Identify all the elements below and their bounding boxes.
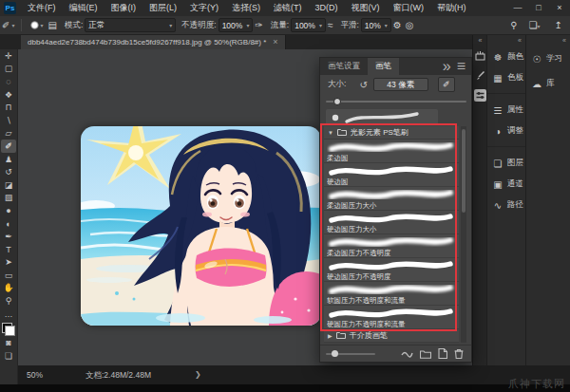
panel-tab-layers[interactable]: ❏图层 — [487, 153, 525, 174]
dodge-tool[interactable]: ◐ — [1, 217, 16, 231]
menu-item-edit[interactable]: 编辑(E) — [63, 0, 104, 16]
history-brush-tool[interactable]: ↺ — [1, 165, 16, 178]
canvas-image[interactable] — [81, 126, 321, 326]
brush-panel-icon[interactable] — [474, 69, 486, 82]
brush-group-header[interactable]: ▶干介质画笔 — [324, 329, 459, 343]
pressure-opacity-icon[interactable]: ✑ — [255, 20, 262, 30]
menu-item-image[interactable]: 图像(I) — [104, 0, 143, 16]
scrollbar[interactable] — [461, 126, 466, 343]
brushes-panel-active-icon[interactable] — [474, 89, 486, 102]
clone-stamp-tool[interactable]: ♟ — [1, 153, 16, 166]
healing-brush-tool[interactable]: ▱ — [1, 127, 16, 140]
type-tool[interactable]: T — [1, 243, 16, 256]
minimize-button[interactable]: — — [507, 0, 528, 16]
menu-item-help[interactable]: 帮助(H) — [430, 0, 473, 16]
collapse-dock-icon[interactable]: « — [526, 37, 570, 47]
menu-item-layer[interactable]: 图层(L) — [142, 0, 183, 16]
smoothing-select[interactable]: 10% ▾ — [361, 18, 391, 32]
slider-knob[interactable] — [333, 98, 341, 105]
collapse-triangle-icon[interactable]: ▶ — [328, 332, 332, 339]
brush-preset-icon[interactable]: ✐ — [2, 20, 10, 30]
photoshop-logo-icon[interactable]: Ps — [4, 2, 16, 14]
eraser-tool[interactable]: ◪ — [1, 178, 16, 192]
flow-select[interactable]: 100% ▾ — [291, 18, 326, 32]
panel-tab-color[interactable]: ☸颜色 — [487, 47, 525, 67]
background-color-swatch[interactable] — [5, 326, 15, 336]
workspace-icon[interactable]: ❏▾ — [529, 20, 543, 30]
gradient-tool[interactable]: ▨ — [1, 192, 16, 205]
preview-size-slider[interactable] — [326, 353, 375, 355]
marquee-tool[interactable]: ▢ — [1, 63, 16, 76]
close-document-icon[interactable]: × — [273, 37, 277, 47]
status-chevron-icon[interactable]: ❯ — [195, 370, 201, 379]
close-button[interactable]: × — [549, 0, 570, 16]
brush-tool[interactable]: ✐ — [1, 140, 16, 153]
brush-list-item[interactable]: 软圆压力不透明度和流量 — [324, 282, 459, 306]
menu-item-filter[interactable]: 滤镜(T) — [267, 0, 309, 16]
menu-item-select[interactable]: 选择(S) — [225, 0, 267, 16]
color-swatches[interactable] — [2, 323, 15, 336]
toggle-brush-panel-icon[interactable]: ▤ — [48, 20, 56, 30]
zoom-level-field[interactable]: 50% — [27, 370, 43, 380]
panel-tab-paths[interactable]: ∿路径 — [487, 195, 525, 215]
collapse-dock-icon[interactable]: « — [487, 37, 525, 47]
pressure-size-icon[interactable]: ◎ — [406, 20, 414, 30]
brush-list-item[interactable]: 柔边圆 — [324, 140, 459, 163]
share-icon[interactable]: ↥ — [555, 20, 562, 30]
reset-icon[interactable]: ↺ — [359, 80, 367, 90]
rectangle-tool[interactable]: ▭ — [1, 269, 16, 282]
brush-list-item[interactable]: 柔边圆压力大小 — [324, 187, 459, 211]
brush-list-item[interactable]: 硬圆压力不透明度和流量 — [324, 306, 459, 329]
panel-menu-icon[interactable]: ≡ — [457, 58, 466, 75]
collapse-triangle-icon[interactable]: ▼ — [328, 130, 333, 136]
expand-panel-icon[interactable]: » — [443, 58, 451, 75]
brush-size-slider[interactable] — [326, 98, 466, 105]
pen-pressure-button[interactable]: ✐ — [438, 77, 455, 92]
brush-size-field[interactable]: 43 像素 — [373, 78, 428, 91]
hand-tool[interactable]: ✋ — [1, 282, 16, 295]
new-brush-icon[interactable] — [438, 345, 447, 363]
brush-list-item[interactable]: 硬边圆压力大小 — [324, 211, 459, 234]
crop-tool[interactable]: ⊓ — [1, 101, 16, 114]
blur-tool[interactable]: ● — [1, 204, 16, 217]
quick-mask-button[interactable]: ◙ — [1, 336, 16, 349]
screen-mode-button[interactable]: ❏ — [1, 349, 16, 363]
menu-item-3d[interactable]: 3D(D) — [309, 0, 345, 16]
menu-item-window[interactable]: 窗口(W) — [387, 0, 431, 16]
brush-tip-preview-icon[interactable] — [30, 21, 39, 29]
panel-tab-properties[interactable]: ☰属性 — [487, 100, 525, 121]
opacity-select[interactable]: 100% ▾ — [218, 18, 254, 32]
airbrush-icon[interactable]: ≈ — [328, 20, 333, 30]
brush-settings-panel-icon[interactable] — [474, 49, 486, 62]
collapse-dock-icon[interactable]: « — [479, 37, 483, 44]
menu-item-type[interactable]: 文字(Y) — [183, 0, 225, 16]
panel-tab-libraries[interactable]: ☁库 — [526, 71, 570, 96]
document-tab[interactable]: dbb44aed2e738bd474b739db15ce5fd9267ff918… — [21, 34, 286, 49]
new-group-icon[interactable] — [420, 345, 431, 363]
panel-tab-channels[interactable]: ▣通道 — [487, 174, 525, 195]
gear-icon[interactable]: ⚙ — [393, 20, 402, 30]
menu-item-view[interactable]: 视图(V) — [345, 0, 387, 16]
zoom-tool[interactable]: ⚲ — [1, 294, 16, 308]
brush-list-item[interactable]: 硬边圆压力不透明度 — [324, 258, 459, 282]
move-tool[interactable]: ✛ — [1, 49, 16, 63]
slider-knob[interactable] — [332, 350, 338, 357]
brush-list-item[interactable]: 硬边圆 — [324, 163, 459, 187]
edit-toolbar-tool[interactable]: … — [1, 308, 16, 321]
search-icon[interactable]: ⚲ — [510, 20, 517, 30]
brush-group-header[interactable]: ▼光影元素 PS笔刷 — [324, 126, 459, 140]
mode-select[interactable]: 正常 ▾ — [85, 18, 176, 32]
lasso-tool[interactable]: ◌ — [1, 75, 16, 88]
eyedropper-tool[interactable]: ∖ — [1, 114, 16, 127]
tab-brushes[interactable]: 画笔 — [368, 58, 399, 75]
trash-icon[interactable] — [454, 345, 464, 363]
object-selection-tool[interactable]: ❖ — [1, 88, 16, 102]
tab-brush-settings[interactable]: 画笔设置 — [320, 58, 368, 75]
pen-tool[interactable]: ✒ — [1, 230, 16, 243]
panel-tab-adjustments[interactable]: ◑调整 — [487, 121, 525, 141]
brush-list-item[interactable]: 柔边圆压力不透明度 — [324, 234, 459, 258]
stroke-preview-toggle-icon[interactable] — [401, 345, 413, 363]
path-selection-tool[interactable]: ➤ — [1, 256, 16, 270]
maximize-button[interactable]: □ — [528, 0, 549, 16]
scrollbar-thumb[interactable] — [462, 129, 466, 213]
